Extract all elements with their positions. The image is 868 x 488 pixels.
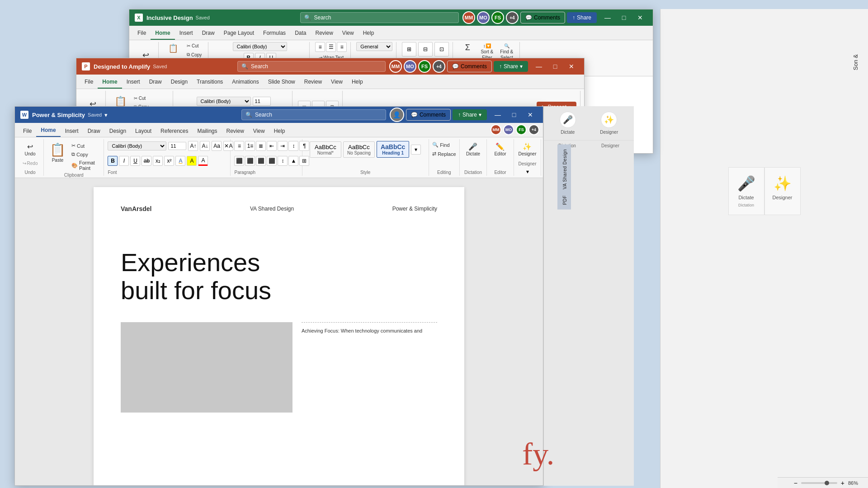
ppt-tab-home[interactable]: Home (98, 76, 122, 89)
ppt-tab-review[interactable]: Review (300, 76, 326, 89)
ppt-tab-slideshow[interactable]: Slide Show (264, 76, 300, 89)
word-find-button[interactable]: 🔍 Find (430, 141, 458, 149)
word-tab-references[interactable]: References (156, 125, 193, 137)
excel-tab-formulas[interactable]: Formulas (259, 27, 290, 40)
word-tab-help[interactable]: Help (269, 125, 290, 137)
align-center-button[interactable]: ☰ (326, 42, 336, 52)
ppt-font-size[interactable] (253, 97, 271, 106)
word-undo-button[interactable]: ↩ Undo (23, 141, 38, 158)
more-styles-button[interactable]: ▾ (411, 145, 421, 155)
line-spacing-button[interactable]: ↕ (278, 156, 288, 166)
excel-search-box[interactable]: 🔍 Search (300, 12, 458, 23)
excel-share-button[interactable]: ↑ Share (567, 12, 597, 23)
cut-button[interactable]: ✂Cut (184, 42, 204, 50)
insert-cells-button[interactable]: ⊞ (402, 42, 416, 56)
word-search-box[interactable]: 🔍 Search (241, 109, 386, 120)
word-tab-view[interactable]: View (249, 125, 269, 137)
word-format-paint-button[interactable]: 🎨 Format Paint (70, 159, 100, 172)
shading-button[interactable]: ▲ (288, 156, 298, 166)
ppt-tab-design[interactable]: Design (166, 76, 192, 89)
excel-tab-insert[interactable]: Insert (175, 27, 198, 40)
word-maximize[interactable]: □ (507, 108, 521, 121)
word-share-button[interactable]: ↑ Share ▾ (453, 109, 487, 120)
ppt-tab-animations[interactable]: Animations (227, 76, 263, 89)
word-tab-mailings[interactable]: Mailings (193, 125, 222, 137)
align-left-button[interactable]: ≡ (315, 42, 325, 52)
far-designer-button[interactable]: ✨ Designer (764, 167, 801, 215)
va-shared-design-tab[interactable]: PDF VA Shared Design (557, 145, 571, 210)
delete-cells-button[interactable]: ⊟ (418, 42, 433, 56)
word-paste-button[interactable]: 📋 Paste (47, 141, 68, 164)
close-button[interactable]: ✕ (633, 11, 647, 24)
font-grow-button[interactable]: A↑ (188, 141, 198, 151)
ppt-close[interactable]: ✕ (564, 60, 579, 73)
zoom-plus-button[interactable]: + (841, 479, 844, 487)
excel-tab-review[interactable]: Review (311, 27, 337, 40)
word-replace-button[interactable]: ⇄ Replace (430, 150, 458, 158)
paste-button[interactable]: 📋 (164, 42, 182, 59)
style-heading1[interactable]: AaBbCc Heading 1 (377, 141, 409, 158)
ppt-tab-view[interactable]: View (326, 76, 347, 89)
ppt-minimize[interactable]: — (532, 60, 546, 73)
change-case-button[interactable]: Aa (212, 141, 222, 151)
align-left-button[interactable]: ⬛ (234, 156, 244, 166)
ppt-comments-button[interactable]: 💬 Comments (447, 61, 492, 72)
ppt-tab-help[interactable]: Help (347, 76, 368, 89)
word-close[interactable]: ✕ (523, 108, 538, 121)
number-format-select[interactable]: General (356, 42, 392, 51)
word-texteffect-button[interactable]: A (175, 156, 185, 166)
word-tab-draw[interactable]: Draw (83, 125, 105, 137)
word-bold-button[interactable]: B (108, 156, 118, 166)
bullet-list-button[interactable]: ≡ (234, 141, 244, 151)
align-right-button[interactable]: ≡ (337, 42, 347, 52)
word-minimize[interactable]: — (491, 108, 505, 121)
format-cells-button[interactable]: ⊡ (434, 42, 449, 56)
word-redo-button[interactable]: ↪Redo (20, 160, 40, 167)
word-font-select[interactable]: Calibri (Body) (108, 141, 166, 150)
ppt-tab-file[interactable]: File (80, 76, 98, 89)
indent-increase-button[interactable]: ⇥ (278, 141, 288, 151)
word-italic-button[interactable]: I (119, 156, 129, 166)
far-dictate-button[interactable]: 🎤 Dictate Dictation (728, 167, 764, 215)
ppt-share-button[interactable]: ↑ Share ▾ (494, 61, 528, 72)
style-no-spacing[interactable]: AaBbCc No Spacing (343, 141, 375, 158)
dictate-icon[interactable]: 🎤 (560, 112, 576, 128)
word-fontcolor-button[interactable]: A (198, 156, 208, 166)
indent-decrease-button[interactable]: ⇤ (267, 141, 277, 151)
designer-icon[interactable]: ✨ (601, 112, 617, 128)
maximize-button[interactable]: □ (617, 11, 631, 24)
multilevel-list-button[interactable]: ≣ (256, 141, 266, 151)
word-font-size[interactable] (168, 142, 186, 150)
excel-tab-view[interactable]: View (338, 27, 359, 40)
ppt-tab-draw[interactable]: Draw (145, 76, 166, 89)
number-list-button[interactable]: 1≡ (245, 141, 255, 151)
excel-tab-help[interactable]: Help (359, 27, 379, 40)
ppt-search-box[interactable]: 🔍 Search (237, 61, 386, 72)
excel-tab-draw[interactable]: Draw (198, 27, 219, 40)
ppt-font-select[interactable]: Calibri (Body) (197, 97, 251, 106)
word-highlight-button[interactable]: A (187, 156, 197, 166)
excel-comments-button[interactable]: 💬 Comments (520, 12, 565, 23)
word-tab-design[interactable]: Design (105, 125, 131, 137)
minimize-button[interactable]: — (600, 11, 615, 24)
align-center-button[interactable]: ⬛ (245, 156, 255, 166)
word-editor-button[interactable]: ✏️ Editor (492, 141, 508, 158)
zoom-slider[interactable] (801, 482, 837, 484)
word-designer-button[interactable]: ✨ Designer (516, 141, 538, 158)
font-shrink-button[interactable]: A↓ (200, 141, 210, 151)
word-copy-button[interactable]: ⧉ Copy (70, 150, 100, 158)
word-tab-layout[interactable]: Layout (131, 125, 156, 137)
ppt-cut-button[interactable]: ✂ Cut (131, 94, 169, 102)
word-superscript-button[interactable]: x² (164, 156, 174, 166)
word-comments-button[interactable]: 💬 Comments (406, 109, 451, 121)
word-subscript-button[interactable]: x₂ (153, 156, 163, 166)
zoom-minus-button[interactable]: − (794, 479, 797, 487)
word-tab-file[interactable]: File (19, 125, 36, 137)
designer-expand-button[interactable]: ▾ (526, 169, 529, 175)
word-dictate-button[interactable]: 🎤 Dictate (464, 141, 482, 158)
ppt-maximize[interactable]: □ (548, 60, 562, 73)
excel-tab-home[interactable]: Home (151, 27, 175, 40)
ppt-tab-transitions[interactable]: Transitions (192, 76, 227, 89)
word-cut-button[interactable]: ✂ Cut (70, 142, 100, 150)
justify-button[interactable]: ⬛ (267, 156, 277, 166)
